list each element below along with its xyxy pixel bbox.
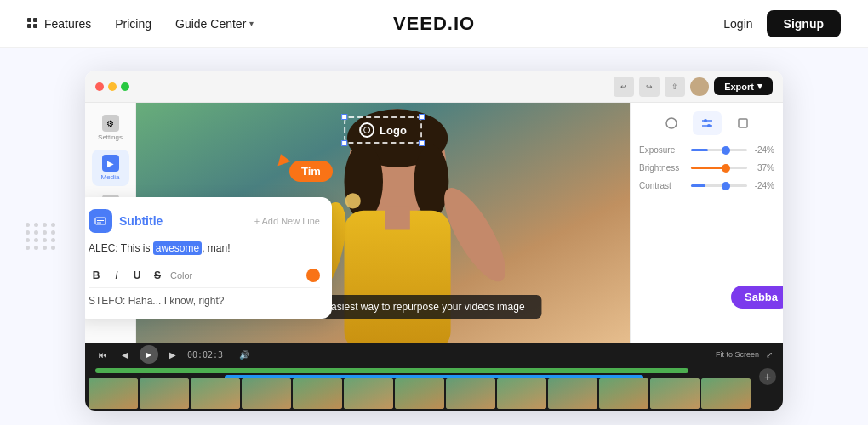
contrast-label: Contrast	[639, 181, 686, 190]
subtitle-panel: Subtitle + Add New Line ALEC: This is aw…	[85, 197, 332, 319]
share-icon[interactable]: ⇧	[665, 76, 685, 97]
svg-point-13	[345, 193, 361, 208]
minimize-traffic-light	[108, 82, 117, 91]
contrast-value: -24%	[752, 181, 774, 190]
site-logo[interactable]: VEED.IO	[393, 13, 475, 35]
editor-mockup: ↩ ↪ ⇧ Export ▾ ⚙ Settings ▶ Medi	[85, 71, 783, 411]
thumbnail-3	[191, 378, 240, 409]
guide-center-label: Guide Center	[175, 17, 246, 31]
tracks-area	[85, 366, 783, 378]
thumbnail-6	[344, 378, 393, 409]
canvas-logo-label: Logo	[380, 124, 407, 137]
highlighted-word: awesome	[153, 241, 202, 255]
subtitle-line-1: ALEC: This is awesome, man!	[89, 241, 320, 256]
strikethrough-tool[interactable]: S	[150, 269, 165, 281]
svg-point-8	[414, 144, 448, 218]
exposure-slider[interactable]	[691, 149, 747, 151]
bold-tool[interactable]: B	[89, 269, 104, 281]
sidebar-item-media[interactable]: ▶ Media	[92, 150, 129, 186]
thumbnail-11	[599, 378, 648, 409]
svg-point-16	[704, 119, 707, 122]
features-grid-icon	[27, 18, 39, 30]
underline-tool[interactable]: U	[129, 269, 145, 281]
thumbnail-2	[140, 378, 189, 409]
signup-button[interactable]: Signup	[767, 10, 841, 37]
contrast-slider[interactable]	[691, 184, 747, 187]
traffic-lights	[95, 82, 129, 91]
brightness-row: Brightness 37%	[639, 163, 774, 173]
panel-tab-adjustments[interactable]	[693, 111, 722, 135]
svg-rect-10	[385, 206, 410, 230]
thumbnail-1	[89, 378, 138, 409]
sabba-tag: Sabba	[731, 286, 783, 309]
export-button[interactable]: Export ▾	[714, 77, 773, 95]
dots-decoration	[26, 223, 56, 250]
exposure-row: Exposure -24%	[639, 145, 774, 155]
avatar	[690, 77, 709, 96]
svg-point-7	[345, 143, 383, 220]
settings-icon: ⚙	[102, 115, 119, 132]
color-picker[interactable]	[306, 269, 320, 282]
svg-rect-1	[33, 18, 37, 22]
close-traffic-light	[95, 82, 104, 91]
svg-rect-9	[345, 211, 451, 343]
svg-point-18	[707, 124, 711, 128]
step-back-button[interactable]: ◀	[117, 347, 133, 362]
redo-icon[interactable]: ↪	[639, 76, 660, 97]
resize-handle-tr[interactable]	[419, 114, 425, 120]
login-button[interactable]: Login	[723, 17, 752, 31]
resize-handle-tl[interactable]	[341, 114, 347, 120]
timeline: ⏮ ◀ ▶ ▶ 00:02:3 🔊 Fit to Screen ⤢	[85, 343, 783, 411]
subtitle-toolbar: B I U S Color	[89, 263, 320, 288]
add-track-button[interactable]: +	[759, 378, 776, 385]
pricing-label: Pricing	[115, 17, 151, 31]
sidebar-label-settings: Settings	[98, 133, 123, 141]
maximize-traffic-light	[121, 82, 129, 91]
step-forward-button[interactable]: ▶	[165, 347, 180, 362]
panel-tab-filters[interactable]	[657, 111, 686, 135]
volume-icon[interactable]: 🔊	[237, 347, 252, 362]
hero-section: ↩ ↪ ⇧ Export ▾ ⚙ Settings ▶ Medi	[0, 48, 868, 425]
features-nav-item[interactable]: Features	[27, 17, 91, 31]
thumbnails-row: +	[85, 378, 783, 411]
play-button[interactable]: ▶	[140, 345, 158, 364]
resize-handle-br[interactable]	[419, 140, 425, 146]
chevron-down-icon: ▾	[757, 81, 762, 92]
logo-element-container[interactable]: Logo	[344, 116, 422, 144]
svg-rect-0	[27, 18, 31, 22]
timeline-controls: ⏮ ◀ ▶ ▶ 00:02:3 🔊 Fit to Screen ⤢	[85, 343, 783, 366]
thumbnail-9	[497, 378, 546, 409]
svg-rect-2	[27, 24, 31, 28]
expand-button[interactable]: ⤢	[766, 350, 773, 360]
time-display: 00:02:3	[187, 350, 223, 360]
skip-start-button[interactable]: ⏮	[95, 347, 111, 362]
thumbnail-13	[701, 378, 751, 409]
resize-handle-bl[interactable]	[341, 140, 347, 146]
subtitle-panel-title: Subtitle	[119, 214, 163, 228]
sidebar-label-media: Media	[101, 173, 120, 181]
subtitle-header: Subtitle + Add New Line	[89, 209, 320, 233]
logo-circle-icon	[359, 122, 374, 138]
add-new-line-button[interactable]: + Add New Line	[254, 216, 320, 226]
contrast-row: Contrast -24%	[639, 181, 774, 190]
exposure-label: Exposure	[639, 145, 686, 155]
brightness-slider[interactable]	[691, 167, 747, 169]
navbar: Features Pricing Guide Center ▾ VEED.IO …	[0, 0, 868, 48]
tim-tag: Tim	[289, 161, 333, 182]
right-panel: Exposure -24% Brightness 37%	[630, 103, 783, 343]
exposure-value: -24%	[752, 145, 774, 155]
pricing-nav-item[interactable]: Pricing	[115, 17, 151, 31]
fit-screen-button[interactable]: Fit to Screen	[716, 350, 759, 359]
sidebar-item-settings[interactable]: ⚙ Settings	[92, 110, 129, 146]
thumbnail-12	[650, 378, 700, 409]
italic-tool[interactable]: I	[109, 269, 124, 281]
svg-rect-19	[739, 119, 747, 128]
panel-tab-crop[interactable]	[728, 111, 757, 135]
media-icon: ▶	[102, 155, 119, 172]
undo-icon[interactable]: ↩	[614, 76, 634, 97]
brightness-label: Brightness	[639, 163, 686, 173]
video-track[interactable]	[95, 368, 688, 373]
editor-topbar: ↩ ↪ ⇧ Export ▾	[85, 71, 783, 103]
color-label: Color	[170, 270, 192, 280]
guide-center-nav-item[interactable]: Guide Center ▾	[175, 17, 254, 31]
